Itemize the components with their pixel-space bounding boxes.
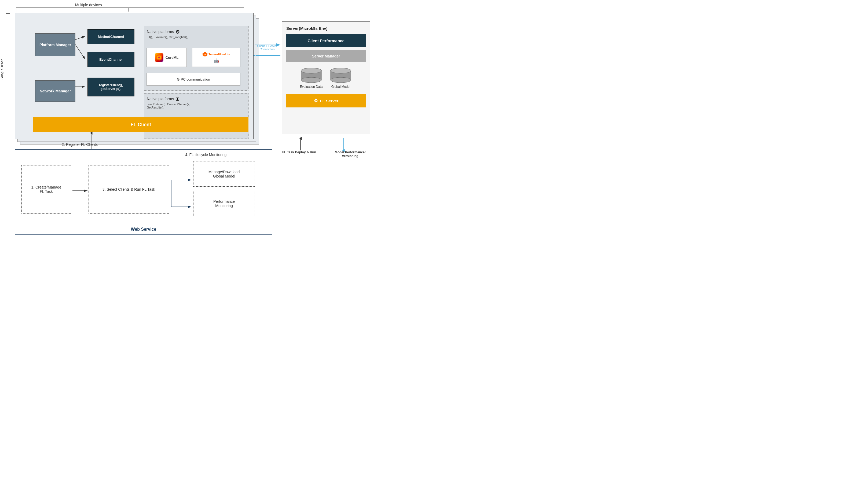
step1-to-step3-arrow <box>72 188 89 193</box>
server-manager-label: Server Manager <box>312 54 340 58</box>
fl-server-bar: ⚙ FL Server <box>286 94 366 108</box>
platform-manager-label: Platform Manager <box>39 43 71 47</box>
ws-step4b-box: Performance Monitoring <box>193 191 255 216</box>
native-platforms-top-subtitle: Fit(), Evaluate(), Get_weights(), <box>147 35 246 39</box>
coreml-logo <box>155 53 163 62</box>
diagram-container: Multiple devices Single user Platform Ma… <box>0 0 434 244</box>
svg-point-13 <box>301 77 321 83</box>
fl-server-label: FL Server <box>320 98 339 103</box>
native-platforms-bottom-subtitle: LoadDataset(), ConnectServer(),GetResult… <box>147 103 246 109</box>
ws-step1-box: 1. Create/Manage FL Task <box>22 165 71 213</box>
ws-step3-box: 3. Select Clients & Run FL Task <box>89 165 169 213</box>
server-box: Server(Microk8s Env) Client Performance … <box>282 22 370 134</box>
network-manager-box: Network Manager <box>35 80 75 102</box>
svg-point-17 <box>331 77 351 83</box>
svg-point-14 <box>301 68 321 73</box>
step4b-label: Performance Monitoring <box>213 199 235 208</box>
svg-point-18 <box>331 68 351 73</box>
android-icon: 🤖 <box>214 58 219 63</box>
devices-bracket <box>16 7 244 13</box>
server-to-client-arrow <box>253 52 283 59</box>
event-channel-label: EventChannel <box>99 57 123 61</box>
coreml-box: CoreML <box>147 48 187 67</box>
step4a-label: Manage/Download Global Model <box>209 170 240 178</box>
global-model-label: Global Model <box>331 85 350 89</box>
web-service-label: Web Service <box>131 227 156 232</box>
fl-client-bar: FL Client <box>33 117 248 132</box>
fl-server-gear-icon: ⚙ <box>314 98 318 104</box>
tensorflow-box: TF TensorFlowLite 🤖 <box>192 48 240 67</box>
tf-logo: TF TensorFlowLite <box>202 52 230 57</box>
evaluation-data-cylinder <box>299 67 323 84</box>
model-perf-label: Model Performance/ Versioning <box>330 150 370 158</box>
step3-label: 3. Select Clients & Run FL Task <box>102 187 155 192</box>
multiple-devices-label: Multiple devices <box>75 3 102 7</box>
server-manager-bar: Server Manager <box>286 50 366 62</box>
platform-manager-box: Platform Manager <box>35 33 75 56</box>
grid-icon: ⊞ <box>176 96 180 102</box>
client-performance-bar: Client Performance <box>286 34 366 47</box>
client-performance-label: Client Performance <box>308 38 344 43</box>
server-title: Server(Microk8s Env) <box>286 26 366 31</box>
svg-text:TF: TF <box>204 53 206 56</box>
ws-step4a-box: Manage/Download Global Model <box>193 161 255 186</box>
step2-arrow-svg <box>89 132 94 152</box>
step4-label: 4. FL lifecycle Monitoring <box>185 152 226 157</box>
db-row: Evaluation Data Global Model <box>286 67 366 89</box>
single-user-bracket <box>6 13 10 134</box>
coreml-label: CoreML <box>165 56 179 60</box>
tensorflow-label: TensorFlowLite <box>209 53 230 56</box>
step1-label: 1. Create/Manage FL Task <box>31 185 61 194</box>
method-channel-box: MethodChannel <box>88 29 134 44</box>
gear-icon-top: ⚙ <box>176 29 180 35</box>
single-user-label: Single user <box>0 59 4 80</box>
grpc-label: GrPC communication <box>177 77 210 81</box>
bracket-tick <box>128 7 129 11</box>
fl-task-arrow <box>298 137 303 152</box>
method-channel-label: MethodChannel <box>98 35 124 39</box>
native-platforms-top-title: Native platforms <box>147 30 174 34</box>
client-box-main: Platform Manager Network Manager MethodC… <box>15 13 253 139</box>
register-client-box: registerClient(),getServerIp(), <box>88 78 134 96</box>
model-perf-arrow <box>341 137 346 152</box>
global-model-cylinder <box>329 67 353 84</box>
step3-fork-arrows <box>170 172 195 215</box>
event-channel-box: EventChannel <box>88 52 134 67</box>
register-client-label: registerClient(),getServerIp(), <box>99 83 123 91</box>
connection-label: Client & Server Connection <box>254 44 280 51</box>
evaluation-data-item: Evaluation Data <box>299 67 323 89</box>
fl-client-label: FL Client <box>131 122 151 127</box>
native-platforms-bottom-title: Native platforms <box>147 97 174 101</box>
network-manager-label: Network Manager <box>40 89 71 93</box>
evaluation-data-label: Evaluation Data <box>300 85 323 89</box>
grpc-box: GrPC communication <box>147 73 240 86</box>
global-model-item: Global Model <box>329 67 353 89</box>
